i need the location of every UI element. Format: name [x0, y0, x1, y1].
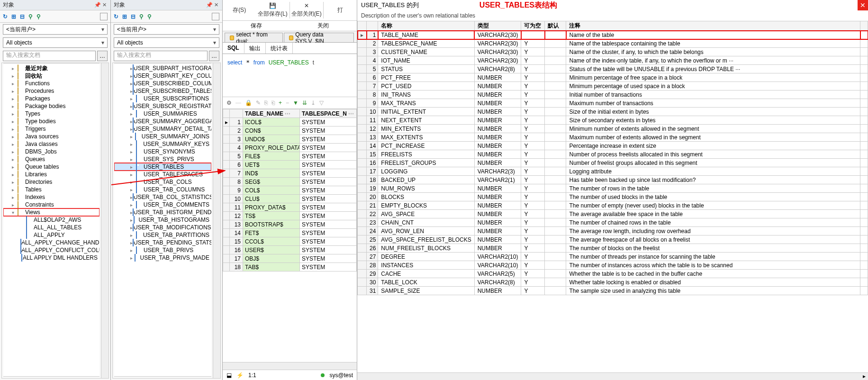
tree-item[interactable]: ▸Package bodies [3, 102, 99, 110]
table-row[interactable]: 16USER$SYSTEM [223, 246, 357, 254]
table-row[interactable]: 18TAB$SYSTEM [223, 263, 357, 271]
table-row[interactable]: 10CLU$SYSTEM [223, 195, 357, 203]
sql-text[interactable]: select * from USER_TABLES t [223, 54, 357, 97]
scrollbar[interactable] [101, 63, 108, 378]
tree-item[interactable]: ▸Functions [3, 80, 99, 87]
tree-item[interactable]: ▸Java classes [3, 140, 99, 148]
views-tree[interactable]: ▸USER_SUBPART_HISTOGRAMS▸USER_SUBPART_KE… [114, 63, 211, 377]
view-item[interactable]: ▸USER_TAB_COLUMNS [114, 186, 211, 193]
view-item[interactable]: ▸USER_SUBSCRIPTIONS [114, 95, 211, 102]
view-item[interactable]: ▸USER_TAB_COLS [114, 178, 211, 186]
refresh-icon[interactable]: ↻ [114, 13, 118, 20]
lock-icon[interactable]: 🔒 [245, 100, 252, 106]
column-row[interactable]: 27DEGREEVARCHAR2(10)YThe number of threa… [358, 253, 868, 261]
tree-item[interactable]: ▸Type bodies [3, 118, 99, 125]
column-row[interactable]: 22AVG_SPACENUMBERYThe average available … [358, 210, 868, 218]
scroll-right-icon[interactable]: ▸ [860, 373, 868, 380]
user-combo[interactable]: <当前用户>▾ [3, 24, 108, 35]
remove-icon[interactable]: − [286, 100, 289, 106]
column-row[interactable]: 15FREELISTSNUMBERYNumber of process free… [358, 150, 868, 159]
tree-item[interactable]: ALL APPLY DML HANDLERS [3, 254, 99, 262]
table-row[interactable]: 12TS$SYSTEM [223, 212, 357, 220]
expand-icon[interactable]: ⊞ [11, 13, 16, 20]
object-tree[interactable]: ▸最近对象▸回收站▸Functions▸Procedures▸Packages▸… [3, 63, 99, 377]
filter-combo[interactable]: All objects▾ [114, 37, 219, 48]
view-item[interactable]: ▸USER_TAB_HISTOGRAMS [114, 216, 211, 224]
expand-icon[interactable]: ⊞ [122, 13, 127, 20]
filter-icon[interactable]: ▽ [319, 100, 324, 106]
tree-item[interactable]: ALL_APPLY_CONFLICT_COLUMN [3, 246, 99, 254]
columns-grid[interactable]: 名称类型可为空默认注释▸1TABLE_NAMEVARCHAR2(30)Name … [357, 21, 868, 372]
column-row[interactable]: ▸1TABLE_NAMEVARCHAR2(30)Name of the tabl… [358, 31, 868, 39]
search-input[interactable]: 输入搜索文档 [3, 51, 96, 61]
column-row[interactable]: 3CLUSTER_NAMEVARCHAR2(30)YName of the cl… [358, 48, 868, 56]
column-row[interactable]: 28INSTANCESVARCHAR2(10)YThe number of in… [358, 261, 868, 270]
tree-item[interactable]: ▸DBMS_Jobs [3, 148, 99, 155]
export-icon[interactable]: ⤓ [311, 100, 316, 106]
view-item[interactable]: ▸USER_TAB_PRIVS [114, 246, 211, 254]
tree-item[interactable]: ▸Directories [3, 178, 99, 186]
find-next-icon[interactable]: ⚲ [36, 13, 41, 20]
view-item[interactable]: ▸USER_TAB_HISTGRM_PENDING_ [114, 208, 211, 216]
tree-item[interactable]: ▸Queue tables [3, 163, 99, 171]
table-row[interactable]: 15CCOL$SYSTEM [223, 237, 357, 246]
tree-item[interactable]: ▸Indexes [3, 193, 99, 201]
tree-item[interactable]: ▸Libraries [3, 171, 99, 178]
close-icon[interactable]: ✕ [101, 2, 108, 8]
save-button[interactable]: 存(S) [223, 0, 256, 20]
save-all-button[interactable]: 💾全部保存(L) [256, 0, 289, 20]
column-row[interactable]: 10INITIAL_EXTENTNUMBERYSize of the initi… [358, 108, 868, 116]
table-row[interactable]: 14FET$SYSTEM [223, 229, 357, 237]
commit-icon[interactable]: ▼ [293, 100, 298, 106]
table-row[interactable]: 6UET$SYSTEM [223, 161, 357, 169]
user-combo[interactable]: <当前用户>▾ [114, 24, 219, 35]
column-row[interactable]: 7PCT_USEDNUMBERYMinimum percentage of us… [358, 82, 868, 90]
options-box[interactable] [212, 13, 219, 20]
filter-combo[interactable]: All objects▾ [3, 37, 108, 48]
column-row[interactable]: 26NUM_FREELIST_BLOCKSNUMBERYThe number o… [358, 244, 868, 253]
column-row[interactable]: 2TABLESPACE_NAMEVARCHAR2(30)YName of the… [358, 39, 868, 48]
find-icon[interactable]: ⚲ [28, 13, 33, 20]
view-item[interactable]: ▸USER_TAB_COMMENTS [114, 201, 211, 208]
fetch-icon[interactable]: ⇊ [302, 100, 307, 106]
column-row[interactable]: 19NUM_ROWSNUMBERYThe number of rows in t… [358, 184, 868, 193]
column-row[interactable]: 20BLOCKSNUMBERYThe number of used blocks… [358, 193, 868, 201]
find-icon[interactable]: ⚲ [139, 13, 144, 20]
column-row[interactable]: 16FREELIST_GROUPSNUMBERYNumber of freeli… [358, 159, 868, 167]
add-icon[interactable]: + [279, 100, 282, 106]
pin-icon[interactable]: 📌 [206, 2, 213, 8]
tree-item[interactable]: ▾Views [3, 208, 99, 216]
tree-item[interactable]: ALL_ALL_TABLES [3, 224, 99, 231]
options-box[interactable] [100, 13, 108, 20]
view-item[interactable]: ▸USER_SUMMARY_KEYS [114, 140, 211, 148]
refresh-icon[interactable]: ↻ [3, 13, 8, 20]
view-item[interactable]: ▸USER_SYNONYMS [114, 148, 211, 155]
column-row[interactable]: 11NEXT_EXTENTNUMBERYSize of secondary ex… [358, 116, 868, 125]
collapse-icon[interactable]: ⊟ [20, 13, 25, 20]
view-item[interactable]: ▸USER_TAB_PENDING_STATS [114, 239, 211, 246]
view-item[interactable]: ▸USER_SUBSCR_REGISTRATIONS [114, 102, 211, 110]
column-row[interactable]: 25AVG_SPACE_FREELIST_BLOCKSNUMBERYThe av… [358, 235, 868, 244]
view-item[interactable]: ▸USER_TAB_PRIVS_MADE [114, 254, 211, 262]
scrollbar[interactable] [213, 63, 220, 378]
search-input[interactable]: 输入搜索文档 [114, 51, 208, 61]
column-row[interactable]: 4IOT_NAMEVARCHAR2(30)YName of the index-… [358, 56, 868, 65]
tree-item[interactable]: ▸Tables [3, 186, 99, 193]
sql-tab-1[interactable]: select * from dual; [225, 33, 283, 42]
tree-item[interactable]: ▸最近对象 [3, 64, 99, 72]
view-item[interactable]: ▸USER_SUBPART_HISTOGRAMS [114, 64, 211, 72]
gear-icon[interactable]: ⚙ [226, 100, 232, 106]
tree-item[interactable]: ALL$OLAP2_AWS [3, 216, 99, 224]
tree-item[interactable]: ALL_APPLY_CHANGE_HANDLERS [3, 239, 99, 246]
column-row[interactable]: 12MIN_EXTENTSNUMBERYMinimum number of ex… [358, 125, 868, 133]
column-row[interactable]: 5STATUSVARCHAR2(8)YStatus of the table w… [358, 65, 868, 73]
view-item[interactable]: ▸USER_SUMMARY_AGGREGATES [114, 118, 211, 125]
column-row[interactable]: 29CACHEVARCHAR2(5)YWhether the table is … [358, 270, 868, 278]
h-scrollbar[interactable] [223, 362, 357, 370]
paste-icon[interactable]: ⎗ [271, 100, 275, 106]
column-row[interactable]: 6PCT_FREENUMBERYMinimum percentage of fr… [358, 73, 868, 82]
column-row[interactable]: 17LOGGINGVARCHAR2(3)YLogging attribute [358, 167, 868, 176]
view-item[interactable]: ▸USER_SUBSCRIBED_COLUMNS [114, 80, 211, 87]
tree-item[interactable]: ▸Constraints [3, 201, 99, 208]
tree-item[interactable]: ▸Packages [3, 95, 99, 102]
